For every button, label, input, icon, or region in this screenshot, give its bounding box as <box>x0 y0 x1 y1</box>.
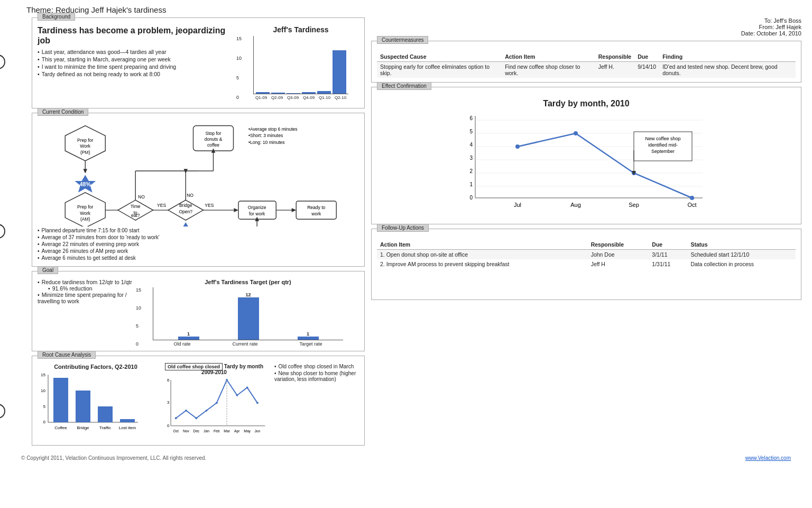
svg-point-126 <box>690 196 694 200</box>
svg-text:Jan: Jan <box>204 429 209 433</box>
effect-svg: 0 1 2 3 4 5 6 <box>393 111 780 216</box>
fu-status-0: Scheduled start 12/1/10 <box>687 250 796 260</box>
goal-chart-title: Jeff's Tardiness Target (per qtr) <box>137 279 359 285</box>
background-section: Background Tardiness has become a proble… <box>32 17 365 108</box>
svg-text:Nov: Nov <box>183 429 190 433</box>
cm-col-responsible: Responsible <box>595 52 634 62</box>
svg-text:Sep: Sep <box>629 202 639 208</box>
bar-q110 <box>317 91 331 94</box>
footer-copyright: © Copyright 2011, Velaction Continuous I… <box>21 455 206 461</box>
svg-text:2: 2 <box>469 168 473 174</box>
fu-responsible-0: John Doe <box>588 250 649 260</box>
svg-text:Lost item: Lost item <box>119 425 136 430</box>
svg-text:Stop for: Stop for <box>206 131 222 136</box>
svg-text:Jul: Jul <box>514 202 521 208</box>
svg-text:New coffee shop: New coffee shop <box>645 136 681 141</box>
followup-table: Action Item Responsible Due Status 1. Op… <box>377 240 796 269</box>
rca-line-svg: 6 3 0 <box>158 376 270 440</box>
fu-col-action: Action Item <box>377 240 588 250</box>
svg-text:•Average stop 6 minutes: •Average stop 6 minutes <box>248 126 298 132</box>
svg-text:6: 6 <box>469 115 473 121</box>
rca-bar-title: Contributing Factors, Q2-2010 <box>38 364 154 370</box>
effect-label: Effect Confirmation <box>377 82 431 90</box>
flowchart-svg: Prep for Work (PM) 48% <box>38 121 359 226</box>
effect-line-chart: 0 1 2 3 4 5 6 <box>393 111 780 217</box>
svg-text:Ready to: Ready to <box>307 205 325 210</box>
svg-text:(PM): (PM) <box>80 150 90 155</box>
condition-note-1: Average of 37 minutes from door to 'read… <box>38 234 359 240</box>
background-text: Tardiness has become a problem, jeopardi… <box>38 25 238 104</box>
svg-point-85 <box>175 417 177 419</box>
svg-text:Open?: Open? <box>179 209 192 214</box>
goal-bullet-2: Minimize time spent preparing for / trav… <box>38 292 133 304</box>
svg-text:Dec: Dec <box>193 429 200 433</box>
svg-text:May: May <box>244 429 251 433</box>
background-bullet-2: I want to minimize the time spent prepar… <box>38 64 238 70</box>
fu-due-1: 1/31/11 <box>649 259 687 269</box>
cm-finding-0: ID'ed and tested new shop. Decent brew, … <box>659 62 796 78</box>
svg-text:Prep for: Prep for <box>77 204 94 210</box>
background-bullet-0: Last year, attendance was good—4 tardies… <box>38 49 238 55</box>
cm-action-0: Find new coffee shop closer to work. <box>502 62 595 78</box>
svg-text:Work: Work <box>80 211 91 216</box>
cm-due-0: 9/14/10 <box>634 62 659 78</box>
fu-col-due: Due <box>649 240 687 250</box>
svg-marker-46 <box>292 208 297 212</box>
bar-q209 <box>271 93 285 94</box>
fu-action-1: 2. Improve AM process to prevent skippin… <box>377 259 588 269</box>
svg-text:coffee: coffee <box>207 142 219 148</box>
condition-notes: Planned departure time 7:15 for 8:00 sta… <box>38 228 359 261</box>
svg-text:(AM): (AM) <box>80 216 90 222</box>
goal-y-labels: 151050 <box>136 287 141 347</box>
cm-responsible-0: Jeff H. <box>595 62 634 78</box>
svg-marker-50 <box>175 222 196 226</box>
svg-text:3: 3 <box>469 155 473 161</box>
svg-text:YES: YES <box>205 203 214 208</box>
rca-label: Root Cause Analysis <box>38 351 96 359</box>
fu-row-1: 2. Improve AM process to prevent skippin… <box>377 259 796 269</box>
svg-rect-75 <box>120 419 135 422</box>
background-label: Background <box>38 13 75 21</box>
svg-text:1: 1 <box>469 182 473 187</box>
svg-text:Prep for: Prep for <box>77 138 94 143</box>
rca-section: Root Cause Analysis Contributing Factors… <box>32 356 365 446</box>
fu-action-0: 1. Open donut shop on-site at office <box>377 250 588 260</box>
svg-text:YES: YES <box>157 203 166 208</box>
svg-text:work: work <box>311 211 321 216</box>
goal-label: Goal <box>38 266 58 274</box>
cm-col-action: Action Item <box>502 52 595 62</box>
svg-text:Bridge: Bridge <box>179 203 192 208</box>
svg-point-93 <box>256 402 259 404</box>
svg-text:48%: 48% <box>80 182 91 187</box>
current-condition-label: Current Condition <box>38 108 88 116</box>
background-bar-chart <box>253 36 348 94</box>
rca-line-chart-annotation: Old coffee shop closed <box>165 364 223 369</box>
rca-note-0: Old coffee shop closed in March <box>274 364 359 369</box>
bar-x-labels: Q1-09Q2-09Q3-09Q4-09Q1-10Q2-10 <box>253 95 348 100</box>
fu-status-1: Data collection in process <box>687 259 796 269</box>
svg-text:September: September <box>651 149 675 154</box>
svg-text:Mar: Mar <box>224 429 230 433</box>
svg-text:•Long: 10 minutes: •Long: 10 minutes <box>248 140 285 145</box>
condition-note-4: Average 6 minutes to get settled at desk <box>38 255 359 261</box>
svg-text:Oct: Oct <box>687 202 696 208</box>
svg-point-86 <box>185 409 187 411</box>
header-from: From: Jeff Hajek <box>371 24 801 30</box>
background-bullet-1: This year, starting in March, averaging … <box>38 56 238 62</box>
svg-text:donuts &: donuts & <box>205 137 223 142</box>
fu-responsible-1: Jeff H <box>588 259 649 269</box>
svg-point-124 <box>574 131 578 135</box>
svg-text:15: 15 <box>41 373 45 377</box>
svg-text:Feb: Feb <box>214 429 220 433</box>
footer-link[interactable]: www.Velaction.com <box>745 455 791 461</box>
rca-notes: Old coffee shop closed in March New shop… <box>274 364 359 441</box>
tardiness-chart: Jeff's Tardiness 151050 <box>243 25 359 104</box>
svg-text:6: 6 <box>167 377 169 382</box>
svg-point-92 <box>246 386 248 388</box>
tardiness-chart-title: Jeff's Tardiness <box>243 25 359 34</box>
effect-confirmation-section: Effect Confirmation Tardy by month, 2010… <box>371 87 801 224</box>
rca-bar-svg: 15 10 5 0 <box>38 372 143 436</box>
fu-due-0: 3/1/11 <box>649 250 687 260</box>
footer: © Copyright 2011, Velaction Continuous I… <box>11 455 801 461</box>
cm-row-0: Stopping early for coffee eliminates opt… <box>377 62 796 78</box>
